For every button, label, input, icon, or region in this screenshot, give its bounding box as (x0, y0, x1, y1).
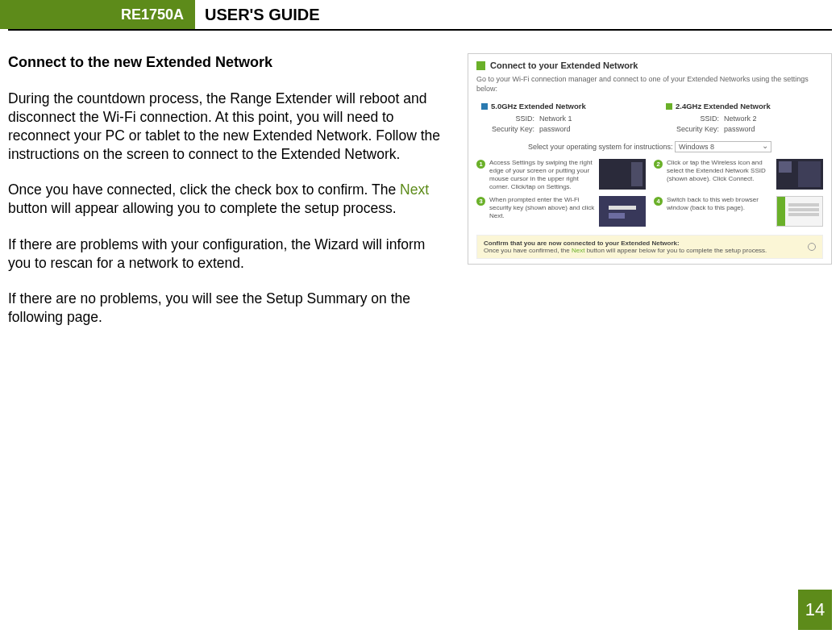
paragraph-3: If there are problems with your configur… (8, 236, 451, 273)
step-2: 2 Click or tap the Wireless icon and sel… (654, 159, 823, 191)
step-3-thumb (599, 196, 646, 227)
step-3-badge: 3 (476, 197, 485, 206)
fig-subtitle: Go to your Wi-Fi connection manager and … (476, 75, 823, 94)
band-24ghz-key: Security Key:password (666, 124, 818, 135)
step-2-text: Click or tap the Wireless icon and selec… (667, 159, 772, 183)
fig-title: Connect to your Extended Network (490, 60, 638, 70)
band-5ghz-key: Security Key:password (481, 124, 634, 135)
step-4-text: Switch back to this web browser window (… (667, 196, 772, 212)
confirm-b: button will appear below for you to comp… (584, 247, 767, 254)
square-bullet-icon (476, 61, 485, 70)
step-3: 3 When prompted enter the Wi-Fi security… (476, 196, 646, 227)
band-24ghz-head: 2.4GHz Extended Network (666, 102, 818, 111)
os-select[interactable]: Windows 8 (675, 141, 771, 152)
p2-part-a: Once you have connected, click the check… (8, 181, 400, 198)
confirm-next: Next (572, 247, 584, 254)
wizard-screenshot: Connect to your Extended Network Go to y… (468, 53, 832, 265)
fig-title-row: Connect to your Extended Network (476, 60, 823, 70)
step-1: 1 Access Settings by swiping the right e… (476, 159, 646, 191)
step-1-text: Access Settings by swiping the right edg… (489, 159, 595, 191)
os-select-row: Select your operating system for instruc… (476, 141, 823, 152)
band-5ghz-ssid: SSID:Network 1 (481, 114, 634, 124)
confirm-bold: Confirm that you are now connected to yo… (484, 240, 680, 247)
confirm-banner: Confirm that you are now connected to yo… (476, 235, 823, 259)
step-4-badge: 4 (654, 197, 663, 206)
step-2-badge: 2 (654, 160, 663, 169)
figure-column: Connect to your Extended Network Go to y… (468, 53, 832, 344)
doc-header: RE1750A USER'S GUIDE (8, 0, 832, 31)
model-label: RE1750A (121, 6, 184, 23)
band-24ghz-label: 2.4GHz Extended Network (676, 102, 771, 111)
confirm-text: Confirm that you are now connected to yo… (484, 240, 767, 254)
page-number-badge: 14 (798, 590, 832, 630)
paragraph-2: Once you have connected, click the check… (8, 181, 451, 218)
band-5ghz: 5.0GHz Extended Network SSID:Network 1 S… (481, 102, 634, 135)
band-5ghz-label: 5.0GHz Extended Network (491, 102, 586, 111)
paragraph-1: During the countdown process, the Range … (8, 90, 451, 163)
section-heading: Connect to the new Extended Network (8, 53, 451, 72)
band-5ghz-head: 5.0GHz Extended Network (481, 102, 634, 111)
paragraph-4: If there are no problems, you will see t… (8, 290, 451, 327)
os-select-label: Select your operating system for instruc… (528, 143, 673, 151)
steps-grid: 1 Access Settings by swiping the right e… (476, 159, 823, 227)
page-number: 14 (805, 599, 825, 620)
step-1-badge: 1 (476, 160, 485, 169)
network-bands: 5.0GHz Extended Network SSID:Network 1 S… (476, 102, 823, 135)
os-select-value: Windows 8 (679, 143, 714, 151)
p2-part-b: button will appear allowing you to compl… (8, 200, 397, 216)
step-3-text: When prompted enter the Wi-Fi security k… (489, 196, 595, 220)
doc-title: USER'S GUIDE (195, 0, 320, 29)
page-content: Connect to the new Extended Network Duri… (0, 31, 840, 344)
confirm-radio[interactable] (808, 243, 816, 251)
step-4-thumb (776, 196, 823, 227)
model-tab: RE1750A (0, 0, 195, 29)
band-24ghz-ssid: SSID:Network 2 (666, 114, 818, 124)
next-keyword: Next (400, 181, 429, 198)
step-2-thumb (776, 159, 823, 190)
band-24ghz: 2.4GHz Extended Network SSID:Network 2 S… (666, 102, 818, 135)
green-square-icon (666, 103, 672, 110)
blue-square-icon (481, 103, 488, 110)
confirm-a: Once you have confirmed, the (484, 247, 572, 254)
step-1-thumb (599, 159, 646, 190)
step-4: 4 Switch back to this web browser window… (654, 196, 823, 227)
text-column: Connect to the new Extended Network Duri… (8, 53, 451, 344)
